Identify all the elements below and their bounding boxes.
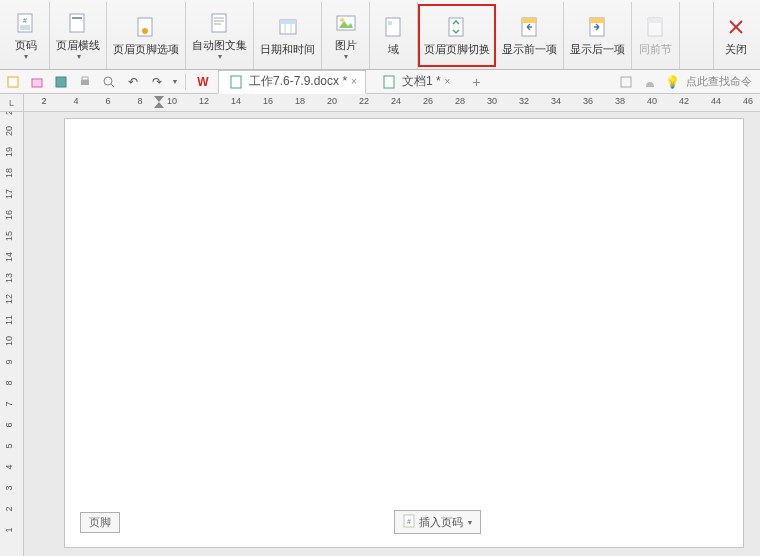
svg-rect-31 [56, 77, 66, 87]
member-icon[interactable] [641, 73, 659, 91]
field-label: 域 [388, 43, 399, 56]
horizontal-ruler[interactable]: 2468101214161820222426283032343638404244… [24, 94, 760, 112]
ruler-corner: L [0, 94, 24, 112]
svg-rect-24 [590, 18, 604, 23]
dropdown-icon: ▾ [344, 52, 348, 61]
print-icon[interactable] [76, 73, 94, 91]
tab-doc1[interactable]: 工作7.6-7.9.docx * × [218, 70, 366, 94]
svg-line-35 [111, 84, 114, 87]
quick-access-bar: ↶ ↷ ▾ W 工作7.6-7.9.docx * × 文档1 * × + 💡 点… [0, 70, 760, 94]
svg-rect-30 [32, 79, 42, 87]
tab-close-icon[interactable]: × [351, 76, 357, 87]
new-tab-button[interactable]: + [464, 74, 488, 90]
ruler-tick: 19 [4, 142, 14, 162]
tab-doc2-label: 文档1 * [402, 73, 441, 90]
redo-icon[interactable]: ↷ [148, 73, 166, 91]
ruler-tick: 8 [4, 373, 14, 393]
picture-button[interactable]: 图片▾ [322, 2, 370, 69]
svg-rect-18 [386, 18, 400, 36]
hf-switch-label: 页眉页脚切换 [424, 43, 490, 56]
ruler-tick: 13 [4, 268, 14, 288]
ruler-tick: 4 [4, 457, 14, 477]
ruler-tick: 5 [4, 436, 14, 456]
ruler-tick: 4 [66, 96, 86, 106]
ruler-tick: 26 [418, 96, 438, 106]
show-prev-label: 显示前一项 [502, 43, 557, 56]
header-line-label: 页眉横线 [56, 39, 100, 52]
ruler-tick: 34 [546, 96, 566, 106]
same-prev-label: 同前节 [639, 43, 672, 56]
ruler-tick: 14 [4, 247, 14, 267]
dropdown-icon: ▾ [77, 52, 81, 61]
page-number-button[interactable]: # 页码▾ [2, 2, 50, 69]
svg-rect-37 [384, 76, 394, 88]
show-prev-button[interactable]: 显示前一项 [496, 2, 564, 69]
ruler-tick: 3 [4, 478, 14, 498]
svg-text:#: # [23, 17, 27, 24]
svg-rect-7 [212, 14, 226, 32]
ruler-tick: 17 [4, 184, 14, 204]
insert-pn-icon: # [403, 514, 415, 530]
undo-icon[interactable]: ↶ [124, 73, 142, 91]
field-icon [382, 15, 406, 39]
ruler-tick: 9 [4, 352, 14, 372]
auto-gallery-button[interactable]: 自动图文集▾ [186, 2, 254, 69]
ruler-tick: 10 [162, 96, 182, 106]
svg-point-17 [340, 18, 344, 22]
open-icon[interactable] [28, 73, 46, 91]
field-button[interactable]: 域 [370, 2, 418, 69]
show-next-button[interactable]: 显示后一项 [564, 2, 632, 69]
header-line-button[interactable]: 页眉横线▾ [50, 2, 107, 69]
insert-page-number-button[interactable]: # 插入页码 ▾ [394, 510, 481, 534]
ruler-tick: 42 [674, 96, 694, 106]
ruler-tick: 14 [226, 96, 246, 106]
auto-gallery-label: 自动图文集 [192, 39, 247, 52]
auto-gallery-icon [208, 11, 232, 35]
hf-switch-button[interactable]: 页眉页脚切换 [418, 4, 496, 67]
tab-doc2[interactable]: 文档1 * × [372, 71, 459, 93]
ruler-tick: 32 [514, 96, 534, 106]
footer-section-tag[interactable]: 页脚 [80, 512, 120, 533]
ruler-tick: 2 [4, 499, 14, 519]
ruler-tick: 24 [386, 96, 406, 106]
preview-icon[interactable] [100, 73, 118, 91]
ruler-tick: 6 [4, 415, 14, 435]
wps-logo-icon[interactable]: W [194, 73, 212, 91]
footer-label: 页脚 [89, 516, 111, 528]
save-icon[interactable] [52, 73, 70, 91]
svg-rect-29 [8, 77, 18, 87]
show-prev-icon [518, 15, 542, 39]
ruler-tick: 8 [130, 96, 150, 106]
picture-label: 图片 [335, 39, 357, 52]
ruler-tick: 11 [4, 310, 14, 330]
vertical-ruler[interactable]: 212019181716151413121110987654321 [0, 112, 24, 556]
new-icon[interactable] [4, 73, 22, 91]
date-time-button[interactable]: 日期和时间 [254, 2, 322, 69]
svg-text:#: # [407, 518, 411, 525]
tab-close-icon[interactable]: × [445, 76, 451, 87]
ruler-tick: 10 [4, 331, 14, 351]
same-prev-icon [644, 15, 668, 39]
dropdown-icon: ▾ [218, 52, 222, 61]
page[interactable] [64, 118, 744, 548]
ruler-tick: 15 [4, 226, 14, 246]
dropdown-icon: ▾ [24, 52, 28, 61]
svg-rect-36 [231, 76, 241, 88]
hf-options-button[interactable]: 页眉页脚选项 [107, 2, 186, 69]
ruler-tick: 40 [642, 96, 662, 106]
hf-options-label: 页眉页脚选项 [113, 43, 179, 56]
close-button[interactable]: 关闭 [713, 2, 758, 69]
ruler-tick: 12 [4, 289, 14, 309]
hf-options-icon [134, 15, 158, 39]
svg-rect-33 [82, 77, 88, 80]
skin-icon[interactable] [617, 73, 635, 91]
date-time-label: 日期和时间 [260, 43, 315, 56]
header-line-icon [66, 11, 90, 35]
ruler-tick: 16 [258, 96, 278, 106]
qat-dropdown-icon[interactable]: ▾ [173, 77, 177, 86]
separator [185, 74, 186, 90]
insert-pn-label: 插入页码 [419, 515, 463, 530]
svg-rect-1 [20, 25, 30, 30]
command-hint[interactable]: 点此查找命令 [686, 74, 752, 89]
svg-rect-3 [70, 14, 84, 32]
